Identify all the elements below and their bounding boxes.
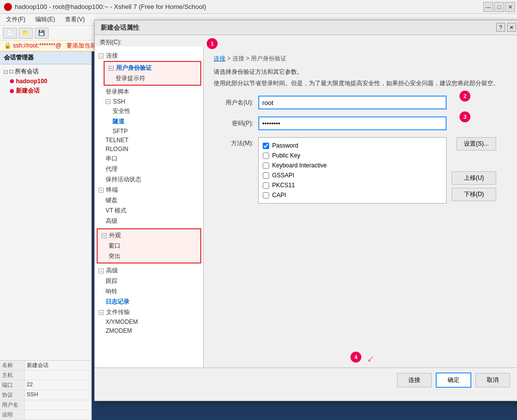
tree-advanced[interactable]: 高级 [104, 216, 201, 226]
tree-keyboard[interactable]: 键盘 [104, 195, 201, 206]
tree-serial[interactable]: 串口 [104, 154, 201, 164]
method-keyboard-checkbox[interactable] [263, 162, 269, 169]
app-title: hadoop100 - root@hadoop100:~ - Xshell 7 … [15, 3, 206, 10]
minus-icon-adv2: − [99, 268, 104, 273]
method-gssapi-label: GSSAPI [272, 172, 294, 179]
tree-connection-group: − 用户身份验证 ← 登录提示符 登录脚本 − SSH 安全性 隧道 [104, 61, 201, 185]
method-password-label: Password [272, 142, 298, 149]
menu-file[interactable]: 文件(F) [2, 14, 29, 25]
tree-advanced2[interactable]: − 高级 [97, 265, 201, 276]
tree-keepalive[interactable]: 保持活动状态 [104, 174, 201, 185]
method-label: 方法(M): [214, 137, 253, 148]
password-input[interactable] [258, 116, 447, 130]
dialog-help-btn[interactable]: ? [496, 23, 505, 32]
dialog-footer: 4 ↓ 连接 确定 取消 [95, 368, 517, 392]
tree-highlight[interactable]: 突出 [107, 251, 198, 262]
status-table: 名称 新建会话 主机 端口 22 协议 SSH 用户名 说明 [0, 360, 91, 420]
breadcrumb: 连接 > 连接 > 用户身份验证 [214, 54, 510, 63]
method-capi: CAPI [263, 190, 442, 200]
annotation-4: 4 [350, 352, 361, 363]
method-pkcs11-checkbox[interactable] [263, 182, 269, 189]
method-password-checkbox[interactable] [263, 143, 269, 149]
connect-btn[interactable]: 连接 [397, 373, 432, 387]
tree-window[interactable]: 窗口 [107, 241, 198, 251]
tree-auth[interactable]: − 用户身份验证 [107, 63, 198, 73]
username-label: 用户名(U): [214, 99, 253, 107]
dialog-close-btn[interactable]: ✕ [507, 23, 516, 32]
username-input[interactable] [258, 96, 447, 109]
tree-security[interactable]: 安全性 [111, 106, 201, 116]
tree-appearance[interactable]: − 外观 [100, 230, 198, 241]
tree-adv2-group: 跟踪 响铃 日志记录 [104, 276, 201, 307]
tree-ssh[interactable]: − SSH [104, 97, 201, 106]
tree-login-script[interactable]: 登录脚本 [104, 87, 201, 97]
ok-btn[interactable]: 确定 [436, 372, 471, 388]
status-row-host: 主机 [0, 370, 91, 380]
settings-btn[interactable]: 设置(S)... [457, 137, 496, 151]
status-row-port: 端口 22 [0, 380, 91, 390]
window-controls: — □ ✕ [483, 2, 515, 12]
cancel-btn[interactable]: 取消 [475, 373, 510, 387]
section-desc1: 请选择身份验证方法和其它参数。 [214, 68, 510, 76]
tree-logging[interactable]: 日志记录 [104, 297, 201, 307]
session-item-new[interactable]: 新建会话 [8, 86, 89, 96]
session-item-hadoop[interactable]: hadoop100 [8, 77, 89, 86]
menu-view[interactable]: 查看(V) [61, 14, 89, 25]
method-password: Password [263, 141, 442, 151]
tree-rlogin[interactable]: RLOGIN [104, 145, 201, 154]
toolbar-open[interactable]: 📁 [19, 28, 33, 39]
session-all[interactable]: □ □ 所有会话 [2, 66, 89, 77]
method-capi-checkbox[interactable] [263, 192, 269, 199]
methods-section: 方法(M): Password Public Key Keyboard Inte… [214, 137, 510, 204]
dialog: 新建会话属性 ? ✕ 类别(C): − 连接 − 用户身份验证 [94, 20, 517, 401]
annotation-2: 2 [460, 91, 470, 102]
method-publickey-checkbox[interactable] [263, 153, 269, 159]
minus-icon-ft: − [99, 310, 104, 315]
status-row-user: 用户名 [0, 400, 91, 410]
tree-bell[interactable]: 响铃 [104, 286, 201, 297]
tree-xymodem[interactable]: X/YMODEM [104, 317, 201, 326]
toolbar-new[interactable]: 📄 [3, 28, 17, 39]
tree-auth-sub: 登录提示符 [114, 73, 198, 84]
dialog-title-bar: 新建会话属性 ? ✕ [95, 20, 517, 35]
minus-icon: − [99, 53, 104, 58]
content-panel: 1 连接 > 连接 > 用户身份验证 请选择身份验证方法和其它参数。 使用此部分… [204, 47, 517, 368]
tree-proxy[interactable]: 代理 [104, 164, 201, 174]
session-dot-2 [10, 89, 14, 93]
tree-zmodem[interactable]: ZMODEM [104, 326, 201, 335]
tree-login-prompt[interactable]: 登录提示符 [114, 73, 198, 84]
breadcrumb-link[interactable]: 连接 [214, 55, 226, 62]
tree-vt-mode[interactable]: VT 模式 [104, 206, 201, 216]
minus-icon-appearance: − [102, 233, 107, 238]
session-panel-header: 会话管理器 [0, 52, 91, 64]
tree-appearance-group: 窗口 突出 [107, 241, 198, 262]
tree-tunnel[interactable]: 隧道 [111, 116, 201, 127]
tree-trace[interactable]: 跟踪 [104, 276, 201, 286]
session-dot [10, 79, 14, 83]
dialog-controls: ? ✕ [496, 23, 516, 32]
tree-connection[interactable]: − 连接 [97, 51, 201, 61]
minimize-btn[interactable]: — [483, 2, 493, 12]
maximize-btn[interactable]: □ [494, 2, 504, 12]
menu-edit[interactable]: 编辑(E) [31, 14, 59, 25]
breadcrumb-current: 连接 > 用户身份验证 [232, 55, 287, 62]
session-panel: 会话管理器 □ □ 所有会话 hadoop100 新建会话 名称 新建会话 主机 [0, 52, 92, 420]
dialog-body: − 连接 − 用户身份验证 ← 登录提示符 登录脚本 [95, 47, 517, 368]
minus-icon-auth: − [109, 66, 114, 71]
tree-filetransfer[interactable]: − 文件传输 [97, 307, 201, 317]
method-keyboard-label: Keyboard Interactive [272, 162, 327, 169]
method-gssapi-checkbox[interactable] [263, 172, 269, 179]
tree-telnet[interactable]: TELNET [104, 136, 201, 145]
up-btn[interactable]: 上移(U) [452, 171, 496, 185]
status-row-name: 名称 新建会话 [0, 361, 91, 370]
tree-sftp[interactable]: SFTP [111, 127, 201, 136]
down-btn[interactable]: 下移(D) [452, 188, 496, 201]
tree-ssh-group: 安全性 隧道 SFTP [111, 106, 201, 136]
close-btn[interactable]: ✕ [505, 2, 515, 12]
expand-icon: □ [4, 68, 7, 75]
tree-terminal[interactable]: − 终端 [97, 185, 201, 195]
methods-box: Password Public Key Keyboard Interactive… [258, 137, 447, 204]
status-row-desc: 说明 [0, 410, 91, 420]
annotation-1: 1 [207, 47, 218, 49]
toolbar-save[interactable]: 💾 [35, 28, 49, 39]
